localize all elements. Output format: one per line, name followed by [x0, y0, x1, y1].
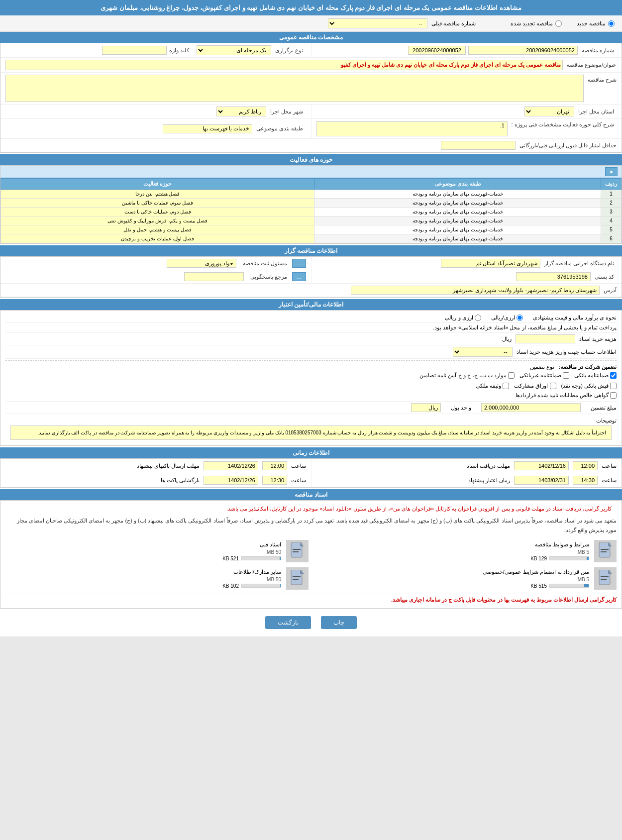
send-offers-label: مهلت ارسال پاکتهای پیشنهاد: [137, 463, 200, 469]
table-row: 4 خدمات-فهرست بهای سازمان برنامه و بودجه…: [1, 216, 622, 225]
category-label: طبقه بندی موضوعی: [256, 125, 303, 132]
project-desc-value: 1.: [500, 123, 504, 128]
category-input[interactable]: [163, 124, 252, 133]
address-input[interactable]: [351, 286, 600, 295]
back-button[interactable]: بازگشت: [265, 616, 311, 629]
table-row: 6 خدمات-فهرست بهای سازمان برنامه و بودجه…: [1, 234, 622, 243]
guarantee-bonds-label: اوراق مشارکت: [514, 383, 548, 389]
guarantee-cash-label: فیش بانکی (وجه نقد): [561, 383, 609, 389]
doc-receive-time-label: ساعت: [602, 463, 617, 469]
rial-label: ریال: [502, 336, 512, 342]
postal-input[interactable]: [516, 272, 591, 281]
guarantee-cash-item[interactable]: فیش بانکی (وجه نقد): [561, 383, 617, 389]
cell-domain: فصل سوم، عملیات خاکی با ماشین: [1, 199, 314, 208]
financial-title: اطلاعات مالی/تأمین اعتبار: [279, 301, 343, 308]
guarantee-cert-cb[interactable]: [610, 392, 617, 399]
timing-title: اطلاعات زمانی: [293, 449, 329, 456]
province-label: استان محل اجرا: [578, 108, 614, 115]
holding-type-select[interactable]: یک مرحله ای: [197, 45, 271, 55]
print-button[interactable]: چاپ: [321, 616, 357, 629]
tender-number-input[interactable]: [468, 46, 578, 55]
price-type-2-label: ارزی و ریالی: [445, 315, 473, 321]
price-type-1-option[interactable]: ارزی/ریالی: [491, 315, 523, 321]
guarantee-property-label: وثیقه ملکی: [476, 383, 501, 389]
guarantee-bank-item[interactable]: ضمانتنامه بانکی: [574, 372, 617, 379]
file-info-2: اسناد فنی 50 MB 521 KB: [222, 541, 281, 561]
file-info-1: شرایط و ضوابط مناقصه 5 MB 129 KB: [530, 541, 589, 561]
guarantee-property-cb[interactable]: [503, 383, 509, 389]
cell-num: 5: [601, 225, 622, 234]
price-type-2-radio[interactable]: [475, 315, 481, 321]
guarantee-property-item[interactable]: وثیقه ملکی: [476, 383, 509, 389]
guarantee-bonds-cb[interactable]: [550, 383, 556, 389]
send-offers-time-input[interactable]: [262, 461, 287, 470]
prev-tender-select[interactable]: --: [328, 18, 427, 28]
cell-subject: خدمات-فهرست بهای سازمان برنامه و بودجه: [314, 199, 601, 208]
unit-label: واحد پول: [451, 405, 471, 411]
activities-header: حوزه های فعالیت: [0, 154, 622, 165]
city-select[interactable]: رباط کریم: [216, 106, 266, 116]
guarantee-rules-cb[interactable]: [508, 372, 515, 379]
renewed-tender-radio[interactable]: [555, 20, 562, 27]
svg-rect-14: [293, 576, 301, 577]
responsible-btn[interactable]: ...: [292, 259, 306, 268]
add-activity-btn[interactable]: ●: [605, 167, 618, 176]
amount-input[interactable]: [481, 403, 581, 412]
guarantee-bonds-item[interactable]: اوراق مشارکت: [514, 383, 556, 389]
account-info-select[interactable]: --: [453, 347, 513, 357]
validity-date-input[interactable]: [514, 476, 569, 485]
guarantee-cash-cb[interactable]: [610, 383, 617, 389]
cell-domain: فصل دوم، عملیات خاکی با دست: [1, 208, 314, 216]
file-icon-4: [286, 567, 309, 590]
organizer-header: اطلاعات مناقصه گزار: [0, 245, 622, 256]
responsible-input[interactable]: [167, 259, 236, 268]
province-select[interactable]: تهران: [524, 106, 574, 116]
guarantee-nonbank-item[interactable]: ضمانتنامه غیربانکی: [519, 372, 569, 379]
table-row: 3 خدمات-فهرست بهای سازمان برنامه و بودجه…: [1, 208, 622, 216]
open-offers-time-input[interactable]: [262, 476, 287, 485]
guarantee-rules-item[interactable]: موارد ب ب، ج، ح و خ آیین نامه تضامین: [419, 372, 515, 379]
cell-num: 3: [601, 208, 622, 216]
price-type-2-option[interactable]: ارزی و ریالی: [445, 315, 481, 321]
open-offers-date-input[interactable]: [204, 476, 258, 485]
unit-input[interactable]: [411, 403, 441, 412]
new-tender-option[interactable]: مناقصه جدید: [577, 20, 615, 27]
min-score-input[interactable]: [441, 141, 516, 150]
doc-receive-time-input[interactable]: [573, 461, 598, 470]
guarantee-bank-cb[interactable]: [610, 372, 617, 379]
svg-rect-3: [601, 551, 607, 552]
validity-label: زمان اعتبار پیشنهاد: [468, 477, 510, 484]
col-header-num: ردیف: [601, 179, 622, 190]
cell-subject: خدمات-فهرست بهای سازمان برنامه و بودجه: [314, 190, 601, 199]
svg-rect-2: [601, 549, 609, 550]
new-tender-radio[interactable]: [608, 20, 615, 27]
description-textarea[interactable]: [5, 75, 584, 102]
keyword-input[interactable]: [102, 46, 167, 55]
file-info-3: متن قرارداد به انضمام شرایط عمومی/خصوصی …: [483, 569, 589, 589]
ref-btn[interactable]: ...: [292, 272, 306, 281]
price-type-1-radio[interactable]: [517, 315, 523, 321]
cell-subject: خدمات-فهرست بهای سازمان برنامه و بودجه: [314, 208, 601, 216]
timing-header: اطلاعات زمانی: [0, 447, 622, 458]
guarantee-type-label: نوع تضمین: [530, 364, 554, 370]
title-label: عنوان/موضوع مناقصه: [567, 62, 617, 68]
file-item-3: متن قرارداد به انضمام شرایط عمومی/خصوصی …: [313, 567, 617, 590]
guarantee-nonbank-label: ضمانتنامه غیربانکی: [519, 372, 561, 379]
file-icon-3: [594, 567, 617, 590]
doc-receive-date-input[interactable]: [514, 461, 569, 470]
guarantee-cert-item[interactable]: گواهی خالص مطالبات تایید شده قراردادها: [516, 392, 617, 399]
cell-num: 4: [601, 216, 622, 225]
keyword-label: کلید واژه: [169, 47, 189, 54]
org-name-input[interactable]: [441, 259, 540, 268]
renewed-tender-option[interactable]: مناقصه تجدید شده: [511, 20, 562, 27]
validity-time-input[interactable]: [573, 476, 598, 485]
send-offers-date-input[interactable]: [204, 461, 258, 470]
svg-rect-10: [601, 576, 609, 577]
ref-input[interactable]: [184, 272, 244, 281]
renewed-tender-label: مناقصه تجدید شده: [511, 20, 553, 27]
purchase-cost-input[interactable]: [516, 334, 575, 343]
project-desc-label: شرح کلی حوزه فعالیت مشخصات فنی پروژه :: [512, 121, 614, 128]
desc-field: احتراماً به دلیل اشکال به وجود آمده در و…: [10, 425, 612, 440]
cell-num: 1: [601, 190, 622, 199]
guarantee-nonbank-cb[interactable]: [563, 372, 569, 379]
